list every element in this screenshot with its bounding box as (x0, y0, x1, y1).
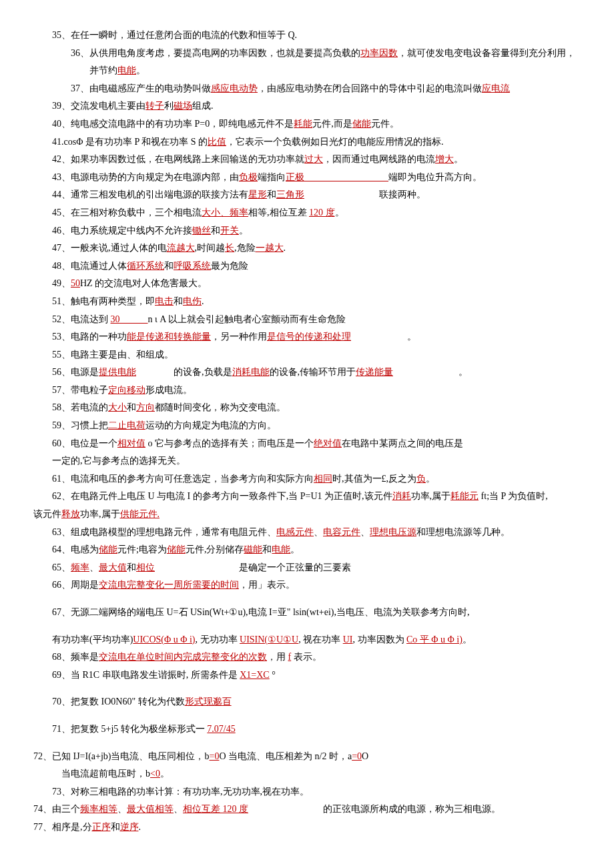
body-text: 的设备,传输环节用于 (270, 367, 356, 377)
text-line: 45、在三相对称负载中，三个相电流大小、频率相等,相位互差 120 度。 (33, 204, 581, 222)
text-line: 52、电流达到 30 n ι A 以上就会引起触电者心室颤动而有生命危险 (33, 311, 581, 329)
answer-text: 交流电完整变化一周所需要的时间 (99, 580, 239, 590)
body-text: 36、从供用电角度考虑，要提高电网的功率因数，也就是要提高负载的 (71, 48, 360, 58)
answer-text: 相同 (314, 474, 332, 484)
text-line: 55、电路主要是由、和组成。 (33, 346, 581, 364)
text-line: 有功功率(平均功率)UICOS(Φ u Φ i), 无功功率 UISIN(①U①… (33, 631, 581, 649)
body-text: 的设备,负载是 (136, 367, 232, 377)
text-line: 40、纯电感交流电路中的有功功率 P=0，即纯电感元件不是耗能元件,而是储能元件… (33, 115, 581, 133)
answer-text: 大小、频率 (202, 207, 248, 218)
body-text: 运动的方向规定为电流的方向。 (145, 420, 276, 430)
body-text: 77、相序是,分 (33, 822, 92, 832)
body-text: ft;当 P 为负值时, (479, 491, 548, 501)
answer-text: 定向移动 (108, 385, 145, 395)
body-text: ，就可使发电变电设备容量得到充分利用， (398, 48, 575, 58)
text-line: 并节约电能。 (33, 62, 581, 80)
answer-text: 传递能量 (356, 367, 393, 377)
answer-text: 消耗电能 (232, 367, 270, 377)
body-text: 59、习惯上把 (52, 420, 108, 430)
text-line: 58、若电流的大小和方向都随时间变化，称为交变电流。 (33, 399, 581, 417)
body-text: 最为危险 (211, 261, 248, 271)
body-text: 72、已知 IJ=I(a+jb)当电流、电压同相位，b (33, 751, 210, 761)
text-line: 41.cosΦ 是有功功率 P 和视在功率 S 的比值，它表示一个负载例如日光灯… (33, 133, 581, 151)
body-text: 57、带电粒子 (52, 385, 108, 395)
body-text: 形成电流。 (145, 385, 192, 395)
text-line: 59、习惯上把二止电荷运动的方向规定为电流的方向。 (33, 417, 581, 435)
body-text: 功率,属于 (80, 509, 120, 519)
text-line: 70、把复数 IO0N60" 转化为代数形式现邈百 (33, 693, 581, 711)
body-text: ，另一种作用 (211, 332, 267, 342)
answer-text: 耗能 (294, 119, 312, 129)
body-text: 61、电流和电压的参考方向可任意选定，当参考方向和实际方向 (52, 474, 314, 484)
body-text: 52、电流达到 (52, 314, 111, 324)
answer-text: 三角形 (276, 189, 304, 199)
text-line: 48、电流通过人体循环系统和呼吸系统最为危险 (33, 258, 581, 276)
answer-text: 储能 (167, 544, 186, 554)
body-text: 53、电路的一种功 (52, 332, 127, 342)
text-line: 49、50HZ 的交流电对人体危害最大。 (33, 275, 581, 293)
body-text: 51、触电有两种类型，即 (52, 296, 155, 306)
body-text: 。 (351, 332, 416, 342)
answer-text: 大小 (108, 402, 127, 412)
text-line: 71、把复数 5+j5 转化为极坐标形式一 7.07/45 (33, 721, 581, 739)
body-text: 都随时间变化，称为交变电流。 (155, 402, 286, 412)
text-line: 63、组成电路模型的理想电路元件，通常有电阻元件、电感元件、电容元件、理想电压源… (33, 524, 581, 542)
answer-text: 开关 (220, 226, 239, 236)
body-text: 元件,而是 (312, 119, 352, 129)
text-line: 39、交流发电机主要由转子利磁场组成. (33, 97, 581, 115)
body-text: 。 (335, 207, 344, 218)
body-text: . (284, 243, 286, 253)
body-text: 65、 (52, 562, 71, 572)
body-text: 功率,属于 (411, 491, 451, 501)
body-text: 。 (290, 544, 300, 554)
body-text: 表示。 (291, 652, 322, 662)
body-text: 41.cosΦ 是有功功率 P 和视在功率 S 的 (52, 137, 208, 147)
answer-text: 磁场 (174, 101, 192, 111)
body-text: 71、把复数 5+j5 转化为极坐标形式一 (52, 724, 207, 734)
body-text: 元件,分别储存 (186, 544, 244, 554)
answer-text: =0 (210, 751, 220, 761)
body-text: 74、由三个 (33, 804, 80, 814)
answer-text: 频率相等 (80, 804, 117, 814)
body-text: 。 (239, 226, 248, 236)
answer-text: 消耗 (392, 491, 411, 501)
body-text: 44、通常三相发电机的引出端电源的联接方法有 (52, 189, 248, 199)
text-line: 44、通常三相发电机的引出端电源的联接方法有星形和三角形 联接两种。 (33, 186, 581, 204)
body-text: ,危险 (234, 243, 256, 253)
body-text: 58、若电流的 (52, 402, 108, 412)
answer-text: 二止电荷 (108, 420, 145, 430)
body-text: , 视在功率 (298, 634, 343, 644)
body-text: 42、如果功率因数过低，在电网线路上来回输送的无功功率就 (52, 154, 304, 164)
answer-text: 电伤 (183, 296, 202, 306)
answer-text: 正极 (286, 172, 388, 182)
answer-text: 30 (111, 314, 148, 324)
body-text: ,时间越 (195, 243, 226, 253)
answer-text: 方向 (136, 402, 155, 412)
body-text: 49、 (52, 278, 71, 288)
body-text: 和 (164, 261, 174, 271)
body-text: 时,其值为一£,反之为 (332, 474, 416, 484)
body-text: 66、周期是 (52, 580, 99, 590)
body-text: O 当电流、电压相差为 n/2 时，a (219, 751, 352, 761)
body-text: 69、当 R1C 串联电路发生谐振时, 所需条件是 (52, 670, 240, 680)
body-text: 、 (174, 804, 183, 814)
answer-text: 电能 (272, 544, 290, 554)
answer-text: 负 (416, 474, 426, 484)
body-text: o 它与参考点的选择有关；而电压是一个 (145, 438, 314, 448)
body-text: 64、电感为 (52, 544, 99, 554)
text-line: 36、从供用电角度考虑，要提高电网的功率因数，也就是要提高负载的功率因数，就可使… (33, 45, 581, 63)
body-text: 62、在电路元件上电压 U 与电流 I 的参考方向一致条件下,当 P=U1 为正… (52, 491, 392, 501)
body-text: 和 (127, 402, 136, 412)
body-text: 是确定一个正弦量的三要素 (155, 562, 351, 572)
body-text: 元件;电容为 (117, 544, 167, 554)
text-line: 73、对称三相电路的功率计算：有功功率,无功功率,视在功率。 (33, 783, 581, 801)
body-text: 、 (314, 527, 323, 537)
body-text: 67、无源二端网络的端电压 U=石 USin(Wt+①u),电流 I=亚" ls… (52, 607, 469, 617)
body-text: 40、纯电感交流电路中的有功功率 P=0，即纯电感元件不是 (52, 119, 294, 129)
answer-text: UISIN(①U①U (240, 634, 298, 644)
document-body: 35、在任一瞬时，通过任意闭合面的电流的代数和恒等于 Q.36、从供用电角度考虑… (33, 27, 581, 837)
body-text: 。 (426, 474, 435, 484)
answer-text: 正序 (92, 822, 111, 832)
body-text: 68、频率是 (52, 652, 99, 662)
body-text: 、 (360, 527, 370, 537)
